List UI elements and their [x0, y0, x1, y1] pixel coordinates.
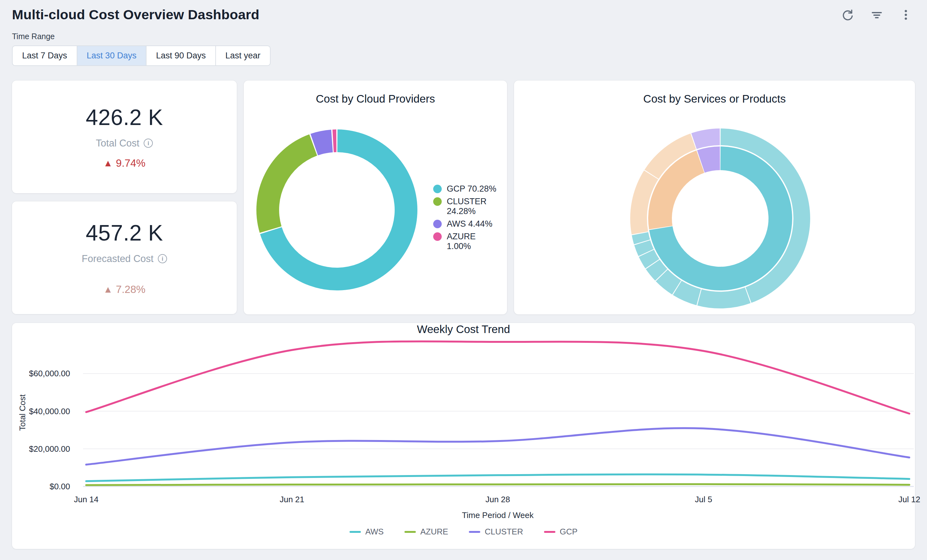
legend-label: AZURE: [420, 527, 448, 537]
weekly-cost-trend-chart[interactable]: $0.00$20,000.00$40,000.00$60,000.00Jun 1…: [12, 335, 915, 525]
sunburst-outer-segment-1[interactable]: [698, 287, 751, 308]
time-range-button-last-7-days[interactable]: Last 7 Days: [12, 46, 78, 66]
arrow-up-icon: ▲: [103, 284, 113, 295]
donut-segment-cluster[interactable]: [256, 134, 317, 233]
sunburst-outer-segment-10[interactable]: [691, 129, 720, 149]
dashboard-page: Multi-cloud Cost Overview Dashboard: [0, 0, 927, 549]
legend-item-cluster[interactable]: CLUSTER 24.28%: [433, 197, 500, 216]
total-cost-label: Total Cost i: [96, 138, 153, 149]
cost-by-services-card: Cost by Services or Products: [514, 80, 915, 314]
legend-dot: [433, 197, 442, 206]
filter-icon[interactable]: [869, 8, 884, 22]
legend-swatch: [469, 531, 480, 533]
donut-segment-azure[interactable]: [333, 129, 337, 152]
x-tick-label: Jun 21: [280, 495, 304, 504]
legend-label: CLUSTER 24.28%: [447, 197, 500, 216]
forecasted-cost-value: 457.2 K: [86, 220, 163, 246]
legend-item-gcp[interactable]: GCP 70.28%: [433, 184, 500, 194]
trend-line-cluster[interactable]: [86, 428, 909, 465]
trend-line-aws[interactable]: [86, 475, 909, 481]
legend-swatch: [404, 531, 416, 533]
legend-label: AWS: [365, 527, 384, 537]
x-tick-label: Jun 14: [74, 495, 99, 504]
legend-item-aws[interactable]: AWS: [350, 527, 384, 537]
legend-item-cluster[interactable]: CLUSTER: [469, 527, 523, 537]
arrow-up-icon: ▲: [103, 158, 113, 168]
sunburst-chart-title: Cost by Services or Products: [514, 93, 915, 105]
cost-by-cloud-providers-card: Cost by Cloud Providers GCP 70.28%CLUSTE…: [244, 80, 507, 314]
legend-item-gcp[interactable]: GCP: [544, 527, 577, 537]
time-range-button-last-30-days[interactable]: Last 30 Days: [78, 46, 147, 66]
y-tick-label: $40,000.00: [29, 407, 70, 416]
x-tick-label: Jul 12: [898, 495, 920, 504]
time-range-group: Last 7 Days Last 30 Days Last 90 Days La…: [12, 46, 271, 66]
x-axis-title: Time Period / Week: [462, 510, 534, 520]
legend-label: AWS 4.44%: [447, 219, 492, 229]
x-tick-label: Jun 28: [485, 495, 510, 504]
forecasted-cost-delta: ▲ 7.28%: [103, 284, 145, 296]
kebab-menu-icon[interactable]: [898, 8, 913, 22]
legend-dot: [433, 185, 442, 193]
total-cost-value: 426.2 K: [86, 105, 163, 130]
trend-chart-title: Weekly Cost Trend: [12, 323, 915, 335]
y-tick-label: $0.00: [50, 482, 70, 491]
time-range-label: Time Range: [12, 32, 915, 41]
info-icon[interactable]: i: [144, 138, 153, 148]
cloud-providers-donut-chart[interactable]: [255, 128, 419, 292]
forecasted-cost-card: 457.2 K Forecasted Cost i ▲ 7.28%: [12, 202, 237, 314]
donut-chart-title: Cost by Cloud Providers: [244, 93, 507, 105]
refresh-icon[interactable]: [840, 8, 855, 22]
weekly-cost-trend-card: Weekly Cost Trend $0.00$20,000.00$40,000…: [12, 323, 915, 549]
legend-item-aws[interactable]: AWS 4.44%: [433, 219, 500, 229]
legend-label: CLUSTER: [485, 527, 523, 537]
legend-dot: [433, 232, 442, 241]
page-title: Multi-cloud Cost Overview Dashboard: [12, 7, 260, 23]
legend-item-azure[interactable]: AZURE 1.00%: [433, 232, 500, 251]
y-tick-label: $20,000.00: [29, 444, 70, 454]
services-sunburst-chart[interactable]: [626, 124, 815, 313]
legend-item-azure[interactable]: AZURE: [404, 527, 448, 537]
header-actions: [840, 8, 915, 22]
trend-line-azure[interactable]: [86, 484, 909, 485]
trend-line-gcp[interactable]: [86, 341, 909, 414]
time-range-button-last-year[interactable]: Last year: [216, 46, 271, 66]
forecasted-cost-label: Forecasted Cost i: [82, 253, 167, 264]
legend-dot: [433, 220, 442, 228]
legend-label: GCP 70.28%: [447, 184, 496, 194]
time-range-button-last-90-days[interactable]: Last 90 Days: [146, 46, 216, 66]
total-cost-delta: ▲ 9.74%: [103, 157, 145, 169]
y-tick-label: $60,000.00: [29, 369, 70, 378]
legend-label: GCP: [560, 527, 577, 537]
x-tick-label: Jul 5: [695, 495, 712, 504]
top-cards-row: 426.2 K Total Cost i ▲ 9.74% 457.2 K For…: [12, 80, 915, 314]
legend-label: AZURE 1.00%: [447, 232, 500, 251]
trend-chart-legend: AWSAZURECLUSTERGCP: [12, 527, 915, 537]
total-cost-card: 426.2 K Total Cost i ▲ 9.74%: [12, 80, 237, 193]
legend-swatch: [350, 531, 361, 533]
donut-legend: GCP 70.28%CLUSTER 24.28%AWS 4.44%AZURE 1…: [433, 184, 500, 251]
legend-swatch: [544, 531, 555, 533]
info-icon[interactable]: i: [158, 254, 167, 263]
header: Multi-cloud Cost Overview Dashboard: [12, 7, 915, 23]
kpi-column: 426.2 K Total Cost i ▲ 9.74% 457.2 K For…: [12, 80, 237, 314]
y-axis-title: Total Cost: [18, 394, 27, 431]
